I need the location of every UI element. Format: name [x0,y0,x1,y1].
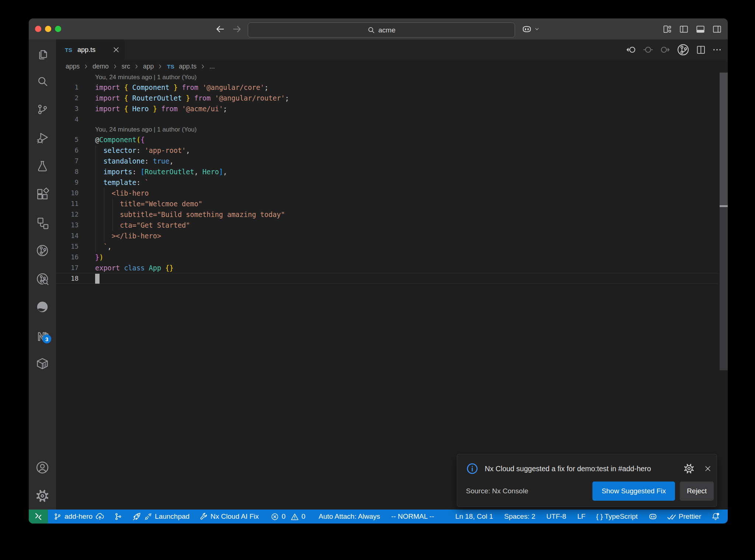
activity-bar-item-explorer[interactable] [36,46,49,60]
status-nx-cloud-ai-fix[interactable]: Nx Cloud AI Fix [199,512,259,521]
line-number: 12 [56,209,79,220]
toggle-secondary-sidebar-button[interactable] [712,24,722,34]
code-line-15: 15 `, [56,241,728,252]
nav-forward-button[interactable] [660,44,671,55]
code-line-13: 13 cta="Get Started" [56,220,728,231]
chevron-right-icon [200,63,206,70]
history-back-icon[interactable] [215,24,225,34]
copilot-menu[interactable] [521,18,540,39]
code-editor[interactable]: You, 24 minutes ago | 1 author (You)1imp… [56,73,728,510]
code-line-3: 3import { Hero } from '@acme/ui'; [56,104,728,114]
status-encoding[interactable]: UTF-8 [546,512,566,521]
status-cursor-position[interactable]: Ln 18, Col 1 [455,512,493,521]
breadcrumb-item-app[interactable]: app [143,63,154,70]
git-branch-icon [36,103,49,116]
code-line-5: 5@Component({ [56,134,728,145]
status-auto-attach[interactable]: Auto Attach: Always [319,512,380,521]
code-line-6: 6 selector: 'app-root', [56,145,728,156]
indent-guide [95,145,96,252]
close-window-button[interactable] [35,26,41,32]
breadcrumb-item-more[interactable]: ... [209,63,215,70]
code-line-4: 4 [56,114,728,125]
more-actions-button[interactable] [712,45,722,55]
activity-bar-item-settings[interactable] [36,489,49,503]
code-line-11: 11 title="Welcmoe demo" [56,199,728,209]
activity-bar-item-project-hierarchy[interactable] [36,216,49,229]
breadcrumb-item-demo[interactable]: demo [93,63,109,70]
activity-bar-item-containers[interactable] [36,357,49,370]
split-editor-icon [696,45,706,55]
circle-branch-icon [676,43,690,56]
activity-bar-item-nx-console[interactable]: 3 [36,329,49,342]
info-icon [466,462,479,475]
code-line-1: 1import { Component } from '@angular/cor… [56,82,728,93]
activity-bar-item-source-control[interactable] [36,103,49,116]
command-center-search[interactable]: acme [248,22,515,38]
status-problems[interactable]: 00 [271,512,305,521]
activity-bar-item-testing[interactable] [36,159,49,172]
status-language-mode[interactable]: { } TypeScript [596,512,638,521]
cloud-upload-icon [95,512,105,521]
line-number: 1 [56,82,79,93]
status-launchpad[interactable]: Launchpad [132,512,189,521]
reject-button[interactable]: Reject [680,482,714,501]
code-line-17: 17export class App {} [56,263,728,273]
activity-bar-item-gitlens-inspect[interactable] [36,272,49,286]
status-copilot-status[interactable] [648,512,658,521]
svg-text:TS: TS [167,63,174,70]
double-check-icon [667,512,676,521]
git-blame-annotation[interactable]: You, 24 minutes ago | 1 author (You) [56,73,728,82]
status-branch[interactable]: add-hero [53,512,105,521]
status-formatter[interactable]: Prettier [667,512,701,521]
rocket-icon [132,512,142,521]
code-line-16: 16}) [56,252,728,263]
toggle-primary-sidebar-button[interactable] [679,24,689,34]
status-eol[interactable]: LF [577,512,585,521]
activity-bar-item-gitlens[interactable] [36,244,49,257]
edge-icon [36,300,49,314]
files-icon [36,46,49,60]
history-forward-icon[interactable] [232,24,242,34]
notification-settings-icon[interactable] [683,463,695,475]
remote-icon [34,512,43,521]
breadcrumb: appsdemosrcappTSapp.ts... [56,60,728,73]
nav-current-button[interactable] [643,44,654,55]
ts-icon: TS [167,62,176,71]
gitlens-file-actions-button[interactable] [676,43,690,56]
circle-arrow-right-icon [660,44,671,55]
status-notifications-bell[interactable] [711,512,720,521]
notification-source: Source: Nx Console [466,487,592,495]
git-blame-annotation[interactable]: You, 24 minutes ago | 1 author (You) [56,125,728,134]
status-indentation[interactable]: Spaces: 2 [504,512,536,521]
split-editor-button[interactable] [696,45,706,55]
breadcrumb-item-appts[interactable]: TSapp.ts [167,62,196,71]
activity-bar-item-search[interactable] [36,75,49,88]
chevron-right-icon [133,63,140,70]
nav-back-button[interactable] [626,44,637,55]
line-number: 4 [56,114,79,125]
notification-close-icon[interactable] [704,465,711,472]
activity-bar-item-run-and-debug[interactable] [36,131,49,144]
remote-indicator[interactable] [29,510,48,524]
activity-bar-item-accounts[interactable] [36,461,49,474]
status-project-graph[interactable] [114,512,122,521]
breadcrumb-item-apps[interactable]: apps [66,63,80,70]
line-number: 11 [56,199,79,209]
circle-arrow-left-icon [626,44,637,55]
customize-layout-button[interactable] [662,24,672,34]
code-line-8: 8 imports: [RouterOutlet, Hero], [56,167,728,177]
tab-app-ts[interactable]: TS app.ts [56,39,124,60]
show-suggested-fix-button[interactable]: Show Suggested Fix [592,482,675,501]
chevron-down-icon [534,26,540,32]
breadcrumb-item-src[interactable]: src [122,63,130,70]
toggle-panel-button[interactable] [696,24,705,34]
command-center-text: acme [378,26,395,34]
minimize-window-button[interactable] [45,26,51,32]
error-icon [271,512,279,521]
tab-bar: TS app.ts [56,39,728,60]
activity-bar-item-edge-tools[interactable] [36,300,49,314]
close-tab-icon[interactable] [112,46,120,53]
status-vim-mode[interactable]: -- NORMAL -- [391,512,434,521]
activity-bar-item-extensions[interactable] [36,188,49,201]
zoom-window-button[interactable] [55,26,61,32]
